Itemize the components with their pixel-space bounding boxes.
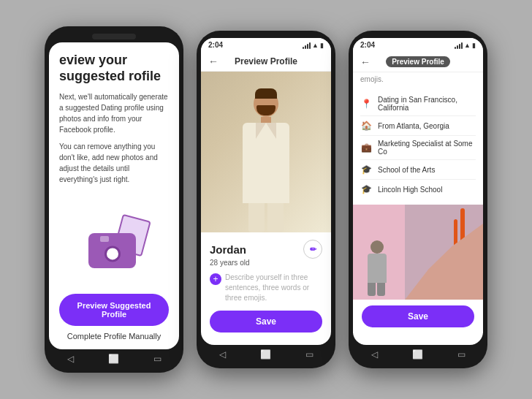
save-button[interactable]: Save — [210, 311, 322, 332]
home-icon: 🏠 — [360, 120, 372, 132]
phone3-top-label: emojis. — [353, 72, 483, 86]
describe-row: + Describe yourself in three sentences, … — [210, 273, 322, 303]
phone1-illustration — [59, 198, 169, 286]
signal-icon — [303, 42, 311, 49]
phone3-save-bar: Save — [353, 300, 483, 333]
phone-1-bottom-bar: ◁ ⬜ ▭ — [49, 349, 179, 365]
phone-3-bottom-bar: ◁ ⬜ ▭ — [353, 345, 483, 361]
back-arrow-icon[interactable]: ← — [208, 56, 218, 67]
battery-icon-3: ▮ — [472, 42, 476, 49]
profile-age: 28 years old — [210, 259, 322, 267]
phone-2-bottom-bar: ◁ ⬜ ▭ — [201, 345, 331, 361]
staircase — [405, 224, 483, 300]
info-from: From Atlanta, Georgia — [378, 122, 449, 130]
battery-icon: ▮ — [320, 42, 324, 49]
phone-2-screen: 2:04 ▲ ▮ ← Preview Profile — [201, 38, 331, 345]
camera-illustration — [81, 217, 147, 268]
edit-button[interactable]: ✏ — [303, 240, 322, 259]
recents-nav-icon[interactable]: ▭ — [152, 354, 162, 364]
phone-notch-1 — [92, 34, 136, 39]
back-nav-icon[interactable]: ◁ — [66, 354, 76, 364]
phone2-time: 2:04 — [208, 41, 223, 49]
profile-name-row: Jordan ✏ — [210, 240, 322, 259]
info-row-school2: 🎓 Lincoln High School — [360, 180, 476, 199]
preview-profile-button[interactable]: Preview Suggested Profile — [59, 294, 169, 326]
phone3-photo — [353, 205, 483, 300]
profile-name: Jordan — [210, 243, 246, 256]
info-row-from: 🏠 From Atlanta, Georgia — [360, 116, 476, 136]
info-row-dating: 📍 Dating in San Francisco, California — [360, 92, 476, 116]
phone3-info-list: 📍 Dating in San Francisco, California 🏠 … — [353, 86, 483, 205]
person-silhouette — [368, 240, 387, 296]
recents-nav-icon-2[interactable]: ▭ — [304, 349, 314, 360]
school-icon-1: 🎓 — [360, 164, 372, 175]
back-nav-icon-2[interactable]: ◁ — [218, 349, 228, 360]
home-nav-icon[interactable]: ⬜ — [109, 354, 119, 364]
info-job: Marketing Specialist at Some Co — [378, 140, 476, 156]
phone3-header-badge: Preview Profile — [386, 56, 450, 67]
info-dating-location: Dating in San Francisco, California — [378, 96, 476, 112]
phone-3: 2:04 ▲ ▮ ← Preview Profile emojis. — [349, 31, 487, 368]
home-nav-icon-3[interactable]: ⬜ — [413, 349, 423, 360]
phone-3-screen: 2:04 ▲ ▮ ← Preview Profile emojis. — [353, 38, 483, 345]
work-icon: 💼 — [360, 142, 372, 153]
phone2-header: ← Preview Profile — [201, 52, 331, 72]
info-row-job: 💼 Marketing Specialist at Some Co — [360, 136, 476, 160]
location-icon: 📍 — [360, 98, 372, 110]
phone3-save-button[interactable]: Save — [362, 305, 474, 327]
school-icon-2: 🎓 — [360, 183, 372, 195]
phone3-status-icons: ▲ ▮ — [455, 42, 476, 49]
recents-nav-icon-3[interactable]: ▭ — [456, 349, 466, 360]
phone-1: eview your suggested rofile Next, we'll … — [45, 26, 183, 373]
wifi-icon-3: ▲ — [464, 42, 471, 49]
camera-flash — [100, 236, 109, 242]
phone-2: 2:04 ▲ ▮ ← Preview Profile — [197, 31, 335, 368]
phone1-title: eview your suggested rofile — [59, 53, 169, 84]
phone2-status-icons: ▲ ▮ — [303, 42, 324, 49]
complete-manually-button[interactable]: Complete Profile Manually — [59, 332, 169, 341]
phone3-time: 2:04 — [360, 41, 375, 49]
phone2-header-title: Preview Profile — [235, 56, 297, 66]
home-nav-icon-2[interactable]: ⬜ — [261, 349, 271, 360]
camera-body — [88, 233, 136, 268]
phone2-profile-photo — [201, 72, 331, 232]
phone3-status-bar: 2:04 ▲ ▮ — [353, 38, 483, 52]
info-row-school1: 🎓 School of the Arts — [360, 160, 476, 180]
phone3-header: ← Preview Profile — [353, 52, 483, 72]
wifi-icon: ▲ — [312, 42, 319, 49]
add-description-icon[interactable]: + — [210, 273, 221, 285]
back-arrow-icon-3[interactable]: ← — [360, 56, 370, 68]
phone1-body: Next, we'll automatically generate a sug… — [59, 91, 169, 191]
describe-placeholder[interactable]: Describe yourself in three sentences, th… — [225, 273, 322, 303]
phone2-profile-info: Jordan ✏ 28 years old + Describe yoursel… — [201, 232, 331, 340]
phone-1-screen: eview your suggested rofile Next, we'll … — [49, 42, 179, 349]
info-school1: School of the Arts — [378, 166, 435, 174]
signal-icon-3 — [455, 42, 463, 49]
info-school2: Lincoln High School — [378, 186, 442, 194]
phone2-status-bar: 2:04 ▲ ▮ — [201, 38, 331, 52]
back-nav-icon-3[interactable]: ◁ — [370, 349, 380, 360]
camera-lens — [104, 246, 121, 262]
